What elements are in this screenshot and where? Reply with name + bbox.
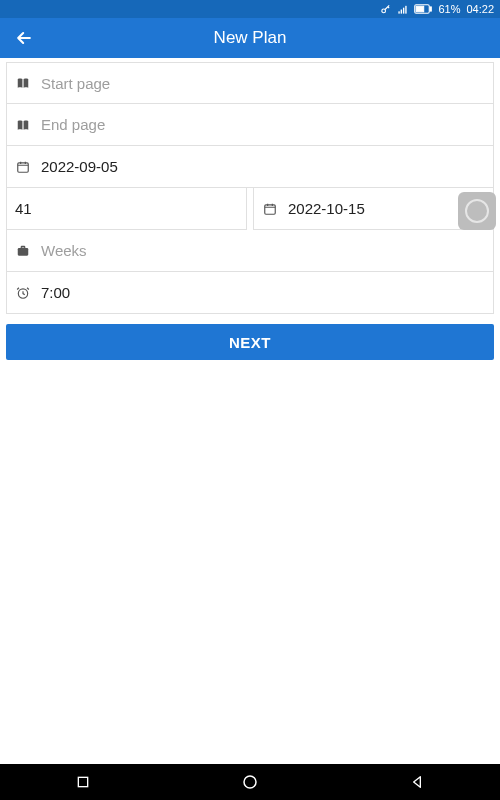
circle-icon <box>465 199 489 223</box>
start-page-input[interactable] <box>41 75 485 92</box>
alarm-icon <box>15 285 31 301</box>
svg-rect-10 <box>18 248 29 256</box>
start-date-field[interactable]: 2022-09-05 <box>6 146 494 188</box>
svg-rect-4 <box>406 5 407 13</box>
calendar-icon <box>15 159 31 175</box>
android-nav-bar <box>0 764 500 800</box>
svg-rect-9 <box>265 204 276 213</box>
svg-point-0 <box>382 9 386 13</box>
battery-icon <box>414 4 432 14</box>
assistive-touch-button[interactable] <box>458 192 496 230</box>
svg-rect-12 <box>79 777 88 786</box>
back-button[interactable] <box>12 26 36 50</box>
next-label: NEXT <box>229 334 271 351</box>
weeks-field[interactable]: Weeks <box>6 230 494 272</box>
end-page-input[interactable] <box>41 116 485 133</box>
number-field[interactable]: 41 <box>6 188 247 230</box>
form: 2022-09-05 41 2022-10-15 Weeks 7:00 <box>0 58 500 314</box>
svg-point-13 <box>244 776 256 788</box>
weeks-placeholder: Weeks <box>41 242 87 259</box>
end-page-field[interactable] <box>6 104 494 146</box>
svg-rect-1 <box>399 11 400 13</box>
status-bar: 61% 04:22 <box>0 0 500 18</box>
number-value: 41 <box>15 200 32 217</box>
svg-rect-8 <box>18 162 29 171</box>
svg-rect-2 <box>401 9 402 13</box>
signal-icon <box>397 4 408 15</box>
end-date-value: 2022-10-15 <box>288 200 365 217</box>
svg-rect-3 <box>403 7 404 13</box>
app-bar: New Plan <box>0 18 500 58</box>
recent-apps-button[interactable] <box>73 772 93 792</box>
svg-rect-6 <box>430 7 431 11</box>
battery-percent: 61% <box>438 3 460 15</box>
page-title: New Plan <box>214 28 287 48</box>
key-icon <box>380 4 391 15</box>
book-icon <box>15 117 31 133</box>
home-button[interactable] <box>240 772 260 792</box>
book-icon <box>15 75 31 91</box>
start-page-field[interactable] <box>6 62 494 104</box>
time-field[interactable]: 7:00 <box>6 272 494 314</box>
back-nav-button[interactable] <box>407 772 427 792</box>
svg-rect-7 <box>417 6 425 12</box>
calendar-icon <box>262 201 278 217</box>
time-value: 7:00 <box>41 284 70 301</box>
start-date-value: 2022-09-05 <box>41 158 118 175</box>
next-button[interactable]: NEXT <box>6 324 494 360</box>
briefcase-icon <box>15 243 31 259</box>
status-time: 04:22 <box>466 3 494 15</box>
